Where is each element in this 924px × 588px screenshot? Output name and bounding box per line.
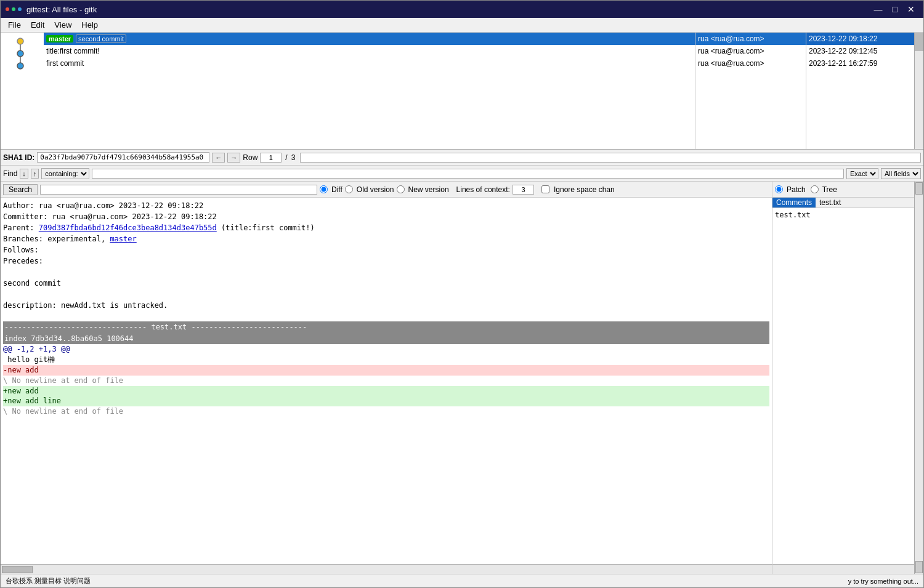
graph-row-1 bbox=[13, 47, 44, 60]
menu-file[interactable]: File bbox=[3, 19, 26, 31]
diff-hscrollbar[interactable] bbox=[1, 564, 772, 574]
radio-diff-input[interactable] bbox=[320, 185, 328, 193]
find-label: Find bbox=[3, 169, 17, 178]
meta-blank2 bbox=[3, 289, 769, 300]
commit-author-col: rua <rua@rua.com> rua <rua@rua.com> rua … bbox=[695, 33, 806, 149]
meta-parent: Parent: 709d387fbda6bd12f46dce3bea8d134d… bbox=[3, 222, 769, 233]
radio-old-input[interactable] bbox=[345, 185, 353, 193]
find-input[interactable] bbox=[92, 169, 844, 179]
commit-scrollbar[interactable] bbox=[914, 33, 923, 149]
diff-nonewline-1: \ No newline at end of file bbox=[3, 406, 769, 417]
lines-of-context-label: Lines of context: bbox=[456, 185, 510, 194]
patch-radio-input[interactable] bbox=[775, 185, 783, 193]
radio-old-label: Old version bbox=[357, 185, 394, 194]
menu-edit[interactable]: Edit bbox=[26, 19, 49, 31]
meta-branches: Branches: experimental, master bbox=[3, 233, 769, 244]
bottom-right-text: y to try something out... bbox=[848, 578, 918, 585]
nav-prev-button[interactable]: ← bbox=[212, 153, 225, 163]
search-input[interactable] bbox=[40, 185, 317, 195]
row-input[interactable] bbox=[260, 153, 282, 163]
title-bar: gittest: All files - gitk — □ ✕ bbox=[1, 1, 923, 18]
window-title: gittest: All files - gitk bbox=[26, 5, 97, 14]
right-hscrollbar[interactable] bbox=[772, 564, 914, 574]
date-row-1: 2023-12-22 09:12:45 bbox=[806, 45, 914, 57]
find-type-select[interactable]: commit containing: bbox=[41, 168, 89, 179]
sha1-input[interactable] bbox=[37, 152, 209, 163]
file-tabs: Comments test.txt bbox=[772, 198, 914, 208]
tab-testfile[interactable]: test.txt bbox=[816, 198, 845, 207]
tree-label: Tree bbox=[822, 185, 837, 194]
main-vscrollbar[interactable] bbox=[914, 182, 923, 574]
radio-new-label: New version bbox=[408, 185, 449, 194]
meta-committer: Committer: rua <rua@rua.com> 2023-12-22 … bbox=[3, 211, 769, 222]
diff-nonewline-0: \ No newline at end of file bbox=[3, 376, 769, 386]
radio-new-input[interactable] bbox=[397, 185, 405, 193]
bottom-left-text: 台歌授系 测量目标 说明问题 bbox=[6, 576, 91, 586]
tree-radio-label[interactable]: Tree bbox=[811, 185, 837, 194]
radio-diff-label: Diff bbox=[331, 185, 342, 194]
commit-graph-col bbox=[13, 33, 44, 149]
diff-add-1: +new add line bbox=[3, 396, 769, 406]
lines-of-context-input[interactable] bbox=[513, 185, 534, 195]
bottom-bar: 台歌授系 测量目标 说明问题 y to try something out... bbox=[1, 574, 923, 587]
menu-view[interactable]: View bbox=[49, 19, 76, 31]
graph-row-2 bbox=[13, 60, 44, 72]
exact-select[interactable]: Exact bbox=[846, 168, 878, 179]
sha1-label: SHA1 ID: bbox=[3, 153, 34, 162]
main-content: Search Diff Old version New version Line… bbox=[1, 182, 923, 574]
find-up-button[interactable]: ↑ bbox=[31, 169, 39, 179]
maximize-button[interactable]: □ bbox=[889, 3, 901, 15]
main-window: gittest: All files - gitk — □ ✕ File Edi… bbox=[0, 0, 924, 588]
tab-comments[interactable]: Comments bbox=[772, 198, 816, 207]
tree-radio-input[interactable] bbox=[811, 185, 819, 193]
diff-section-header: -------------------------------- test.tx… bbox=[3, 321, 769, 333]
diff-add-0: +new add bbox=[3, 386, 769, 397]
commit-meta: Author: rua <rua@rua.com> 2023-12-22 09:… bbox=[3, 200, 769, 311]
meta-author: Author: rua <rua@rua.com> 2023-12-22 09:… bbox=[3, 200, 769, 211]
row-slash: / bbox=[285, 153, 287, 162]
commit-row-1[interactable]: title:first commit! bbox=[44, 45, 695, 57]
close-button[interactable]: ✕ bbox=[904, 3, 918, 15]
author-row-2: rua <rua@rua.com> bbox=[695, 57, 806, 70]
graph-row-0 bbox=[13, 35, 44, 47]
radio-new-version[interactable]: New version bbox=[397, 185, 449, 194]
meta-follows: Follows: bbox=[3, 244, 769, 256]
diff-remove-0: -new add bbox=[3, 365, 769, 376]
find-bar: Find ↓ ↑ commit containing: Exact All fi… bbox=[1, 166, 923, 182]
parent-link[interactable]: 709d387fbda6bd12f46dce3bea8d134d3e47b55d bbox=[39, 224, 217, 232]
tag-master: master bbox=[46, 35, 73, 42]
row-label: Row bbox=[243, 153, 257, 162]
patch-radio-label[interactable]: Patch bbox=[775, 185, 806, 194]
patch-label: Patch bbox=[787, 185, 806, 194]
search-button[interactable]: Search bbox=[3, 184, 38, 195]
author-row-0: rua <rua@rua.com> bbox=[695, 33, 806, 45]
find-down-button[interactable]: ↓ bbox=[20, 169, 28, 179]
right-panel-header: Patch Tree bbox=[772, 182, 914, 198]
ignore-space-checkbox[interactable] bbox=[541, 185, 549, 193]
svg-point-6 bbox=[17, 63, 23, 69]
title-bar-icon bbox=[6, 7, 22, 11]
right-panel: Patch Tree Comments test.txt test.txt bbox=[772, 182, 914, 574]
radio-old-version[interactable]: Old version bbox=[345, 185, 394, 194]
row-extra-input[interactable] bbox=[300, 153, 921, 163]
search-bar: Search Diff Old version New version Line… bbox=[1, 182, 772, 198]
meta-commit-msg: second commit bbox=[3, 278, 769, 289]
sha1-bar: SHA1 ID: ← → Row / 3 bbox=[1, 150, 923, 166]
menu-help[interactable]: Help bbox=[76, 19, 103, 31]
nav-next-button[interactable]: → bbox=[227, 153, 240, 163]
diff-hunk-header: @@ -1,2 +1,3 @@ bbox=[3, 344, 769, 355]
diff-context-0: hello git榊 bbox=[3, 355, 769, 365]
radio-diff[interactable]: Diff bbox=[320, 185, 342, 194]
commit-area: master second commit title:first commit!… bbox=[1, 33, 923, 150]
commit-row-0[interactable]: master second commit bbox=[44, 33, 695, 45]
file-item-testfile[interactable]: test.txt bbox=[775, 211, 912, 219]
diff-panel: Search Diff Old version New version Line… bbox=[1, 182, 772, 574]
menu-bar: File Edit View Help bbox=[1, 18, 923, 33]
fields-select[interactable]: All fields bbox=[881, 168, 921, 179]
title-bar-left: gittest: All files - gitk bbox=[6, 5, 97, 14]
master-branch-link[interactable]: master bbox=[110, 235, 136, 243]
left-gutter bbox=[1, 33, 13, 149]
minimize-button[interactable]: — bbox=[870, 3, 886, 15]
commit-row-2[interactable]: first commit bbox=[44, 57, 695, 70]
row-total: 3 bbox=[291, 153, 296, 162]
